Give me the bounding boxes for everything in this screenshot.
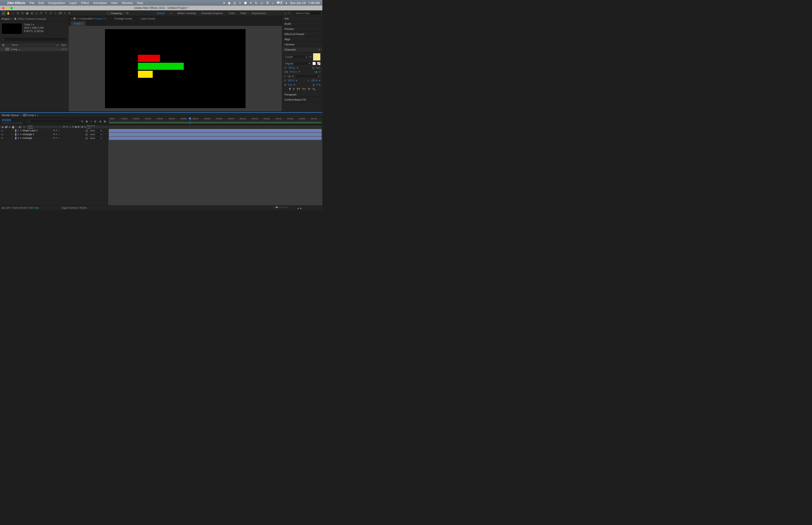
ruler-tick[interactable]: 00090 <box>216 118 227 122</box>
lock-col-icon[interactable]: 🔒 <box>12 125 15 129</box>
visibility-toggle-icon[interactable] <box>1 137 3 139</box>
switches6-icon[interactable]: ◐ <box>78 125 80 129</box>
timeline-layer-row[interactable]: ›1★Shape Layer 1⊕✦／@None▾ <box>0 129 108 133</box>
proj-sel-name[interactable]: Comp 1 ▾ <box>24 23 44 26</box>
baseline-value[interactable]: 0 px <box>288 84 292 86</box>
menu-animation[interactable]: Animation <box>93 1 107 5</box>
timeline-nav-zoom-icon[interactable]: ▲▲ <box>297 207 302 209</box>
switches-icon[interactable]: ⊛ <box>63 125 65 129</box>
ruler-tick[interactable]: 00050 <box>168 118 180 122</box>
chevron-down-icon[interactable]: ▾ <box>296 79 297 82</box>
project-row-label-icon[interactable] <box>65 48 67 50</box>
menu-help[interactable]: Help <box>137 1 143 5</box>
workspace-kebab-icon[interactable]: ⠇ <box>288 12 290 15</box>
preview-panel-header[interactable]: Preview <box>282 26 322 31</box>
switches5-icon[interactable]: ▣ <box>75 125 77 129</box>
shape-red-rectangle[interactable] <box>138 55 160 62</box>
close-tab-icon[interactable]: × <box>21 114 22 117</box>
composition-viewport[interactable] <box>105 29 246 108</box>
rotate-tool-icon[interactable]: ↻ <box>20 11 25 15</box>
zoom-tool-icon[interactable]: ⌕ <box>11 11 16 15</box>
comp-mini-flowchart-icon[interactable]: ⇆ <box>81 120 83 123</box>
anchor-tool-icon[interactable]: ⊕ <box>30 11 34 15</box>
layer-name[interactable]: rectangle <box>22 137 53 139</box>
ruler-tick[interactable]: 00070 <box>192 118 204 122</box>
shy-icon[interactable]: ⎆ <box>90 120 92 123</box>
brush-tool-icon[interactable]: ✐ <box>48 11 53 15</box>
paragraph-panel-header[interactable]: Paragraph <box>282 92 322 97</box>
graph-editor-icon[interactable]: ▦ <box>104 120 106 123</box>
layer-bar-2[interactable] <box>109 133 321 136</box>
bluetooth-icon[interactable]: ⚹ <box>249 1 252 5</box>
pickwhip-icon[interactable]: @ <box>85 133 88 136</box>
timeline-zoom-slider[interactable] <box>274 207 288 208</box>
roto-tool-icon[interactable]: ✧ <box>62 11 67 15</box>
menubar-date[interactable]: Sun Jun 19 <box>290 1 306 5</box>
menu-view[interactable]: View <box>111 1 118 5</box>
chevron-down-icon[interactable]: ▾ <box>297 66 298 69</box>
stroke-swatch-icon[interactable] <box>317 62 321 65</box>
vscale-value[interactable]: 100 % <box>288 79 294 82</box>
panel-menu-icon[interactable]: ≡ <box>10 17 12 20</box>
battery-icon[interactable]: ▭ <box>260 1 263 5</box>
ruler-tick[interactable]: 00080 <box>204 118 216 122</box>
ruler-tick[interactable]: 00100 <box>227 118 239 122</box>
layer-viewer-tab[interactable]: Layer (none) <box>139 17 157 20</box>
solo-col-icon[interactable]: ● <box>9 125 11 128</box>
switches8-icon[interactable]: ⊙ <box>84 125 86 129</box>
layer-switches[interactable]: ⊕✦／ <box>53 133 77 136</box>
project-selection-thumbnail[interactable] <box>1 23 22 34</box>
timeline-ruler[interactable]: 0000000100002000030000400005000060000700… <box>108 118 322 122</box>
parent-dropdown[interactable]: None▾ <box>89 137 103 140</box>
workspace-default[interactable]: Default <box>157 12 165 15</box>
menu-layer[interactable]: Layer <box>69 1 77 5</box>
project-item-list[interactable]: Comp 1 Co <box>0 47 68 112</box>
align-panel-header[interactable]: Align <box>282 37 322 42</box>
workspace-expressions[interactable]: Expressions <box>252 12 266 15</box>
composition-viewer-tab[interactable]: × ⎋ Composition Comp 1 ≡ <box>70 17 108 20</box>
expand-layer-icon[interactable]: › <box>11 133 14 136</box>
layer-name[interactable]: Shape Layer 1 <box>22 129 53 132</box>
leading-value[interactable]: Auto <box>316 66 321 69</box>
libraries-panel-header[interactable]: Libraries <box>282 42 322 47</box>
project-row-comp1[interactable]: Comp 1 Co <box>0 47 68 51</box>
shape-yellow-rectangle[interactable] <box>138 71 153 78</box>
layer-switches[interactable]: ⊕✦／ <box>53 137 77 140</box>
italic-button[interactable]: T <box>293 87 295 91</box>
motion-blur-icon[interactable]: ◑ <box>99 120 101 123</box>
project-tab[interactable]: Project ≡ <box>1 17 12 20</box>
eraser-tool-icon[interactable]: ⌫ <box>58 11 62 15</box>
stroke-style-dropdown[interactable]: ▾ <box>295 74 321 78</box>
switches2-icon[interactable]: ✦ <box>66 125 68 129</box>
info-panel-header[interactable]: Info <box>282 16 322 21</box>
character-panel-header[interactable]: Character≡ <box>282 47 322 52</box>
render-queue-tab[interactable]: Render Queue <box>2 114 19 117</box>
selection-tool-icon[interactable]: ▸ <box>1 11 6 15</box>
ruler-tick[interactable]: 00120 <box>251 118 263 122</box>
workspace-paint[interactable]: Paint <box>240 12 246 15</box>
effects-presets-panel-header[interactable]: Effects & Presets <box>282 31 322 37</box>
ruler-tick[interactable]: 00010 <box>121 118 133 122</box>
layer-switches[interactable]: ⊕✦／ <box>53 129 77 132</box>
chevron-down-icon[interactable]: ▾ <box>292 75 294 78</box>
sort-indicator-icon[interactable]: ▲ <box>56 44 59 46</box>
timeline-layer-row[interactable]: ›3★rectangle⊕✦／@None▾ <box>0 136 108 140</box>
ruler-tick[interactable]: 00160 <box>298 118 310 122</box>
viewport-area[interactable] <box>68 26 282 111</box>
screen-mirror-icon[interactable]: ⎚ <box>223 1 225 5</box>
workspace-motion-tracking[interactable]: Motion Tracking <box>178 12 196 15</box>
menu-file[interactable]: File <box>29 1 34 5</box>
workspace-essential-graphics[interactable]: Essential Graphics <box>201 12 223 15</box>
menu-edit[interactable]: Edit <box>39 1 44 5</box>
layer-bar-1[interactable] <box>109 129 321 132</box>
panel-menu-icon[interactable]: ≡ <box>37 114 38 117</box>
layer-bar-3[interactable] <box>109 137 321 140</box>
hscale-value[interactable]: 100 % <box>311 79 318 82</box>
content-aware-fill-panel-header[interactable]: Content-Aware Fill <box>282 97 322 102</box>
chevron-down-icon[interactable]: ▾ <box>319 79 321 82</box>
tracking-value[interactable]: 0 <box>319 71 321 73</box>
fill-swatch-icon[interactable] <box>312 62 316 65</box>
shape-green-rectangle[interactable] <box>138 63 184 70</box>
pickwhip-icon[interactable]: @ <box>85 137 88 139</box>
snap-opt2-icon[interactable]: ⊞ <box>126 12 128 15</box>
